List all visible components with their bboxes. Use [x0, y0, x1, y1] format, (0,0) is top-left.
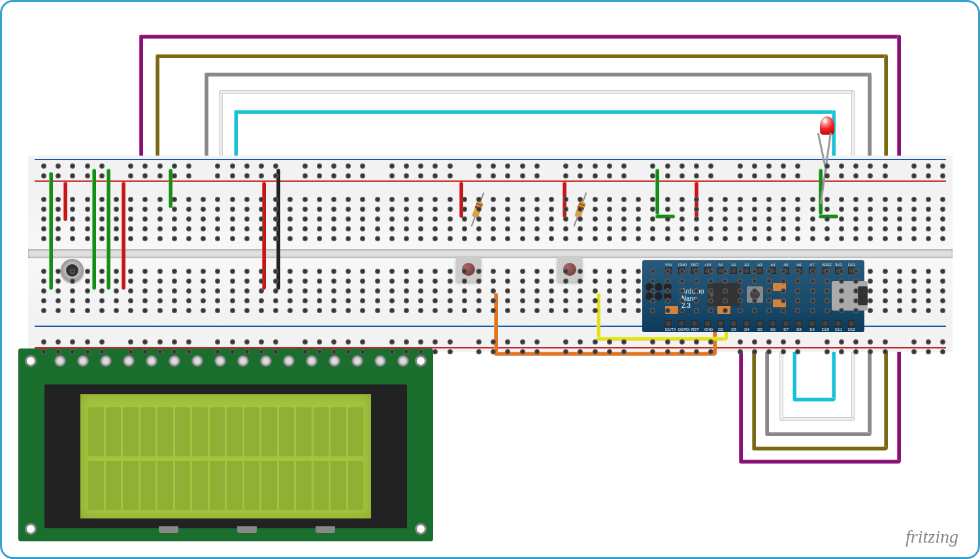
jumper-red [63, 182, 67, 221]
wire-white [779, 417, 855, 421]
wire-cyan [234, 110, 835, 114]
pin-d12: D12 [848, 320, 855, 330]
pin-d3: D3 [730, 320, 737, 330]
pin-a2: A2 [743, 262, 750, 272]
board-name: Arduino [681, 288, 704, 295]
lcd-pins [54, 355, 409, 367]
pin-rst: RST [691, 320, 698, 330]
pin-d4: D4 [743, 320, 750, 330]
pin-d9: D9 [809, 320, 815, 330]
wire-purple [739, 342, 743, 463]
jumper-yellow [596, 337, 727, 341]
lcd-16x2 [18, 348, 433, 541]
lcd-screen [80, 394, 371, 518]
pin-d7: D7 [783, 320, 789, 330]
wire-olive [752, 342, 756, 450]
wire-gray [204, 73, 871, 76]
jumper-green [655, 169, 659, 214]
breadboard-gap [28, 249, 953, 258]
wire-purple [739, 460, 900, 464]
wire-cyan [792, 398, 835, 401]
pin-d11: D11 [835, 320, 841, 330]
pin-row-bottom: D1/TXD0/RXRSTGNDD2D3D4D5D6D7D8D9D10D11D1… [665, 320, 855, 330]
jumper-green [49, 172, 53, 290]
pin-a1: A1 [730, 262, 737, 272]
pin-d5: D5 [757, 320, 763, 330]
fritzing-label: fritzing [906, 526, 958, 547]
usb-port [832, 281, 868, 311]
pin-gnd: GND [704, 320, 711, 330]
mount-hole [415, 355, 427, 367]
wire-white [219, 90, 854, 94]
wire-olive [752, 447, 887, 450]
mount-hole [25, 523, 37, 535]
mount-hole [415, 523, 427, 535]
board-label: Arduino Nano 2.3 [681, 288, 704, 309]
pin-d8: D8 [796, 320, 802, 330]
led-red [817, 116, 836, 149]
wire-olive [155, 54, 887, 58]
wire-purple [139, 35, 900, 39]
wire-gray [765, 432, 871, 436]
pin-a3: A3 [757, 262, 763, 272]
wire-gray [765, 342, 769, 435]
mount-hole [25, 355, 37, 367]
jumper-green [92, 169, 96, 290]
pin-d2: D2 [717, 320, 724, 330]
pin-d10: D10 [822, 320, 828, 330]
pin-d1/tx: D1/TX [665, 320, 672, 330]
lcd-frame [44, 384, 407, 528]
jumper-green [106, 169, 110, 290]
power-rail-top [28, 156, 953, 185]
jumper-red [122, 182, 125, 290]
fritzing-diagram: Arduino Nano 2.3 VINGNDRST+5VA0A1A2A3A4A… [0, 0, 980, 559]
led-bulb [820, 116, 834, 135]
pin-d0/rx: D0/RX [678, 320, 685, 330]
pin-d6: D6 [770, 320, 776, 330]
